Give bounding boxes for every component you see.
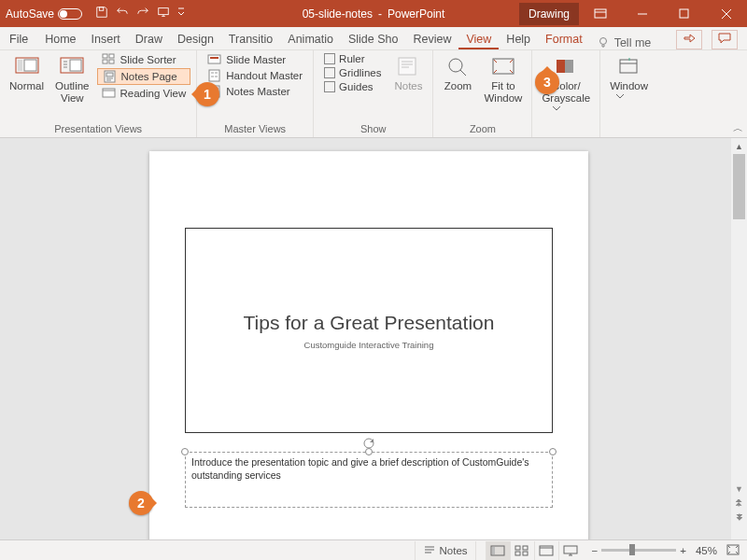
prev-slide-icon[interactable]: ⯭ [731,496,747,510]
handout-master-button[interactable]: Handout Master [203,68,307,83]
guides-checkbox[interactable]: Guides [319,80,386,93]
group-zoom: Zoom Fit to Window Zoom [433,50,532,137]
zoom-thumb[interactable] [629,544,635,555]
svg-rect-26 [399,58,416,75]
outline-view-icon [59,56,85,78]
notes-toggle-button[interactable]: Notes [415,541,475,560]
ribbon: Normal Outline View Slide Sorter Notes P… [0,50,747,138]
tab-format[interactable]: Format [538,29,590,49]
notes-page-button[interactable]: Notes Page [97,68,191,85]
window-button[interactable]: Window [606,52,652,117]
tab-view[interactable]: View [458,29,499,49]
zoom-slider[interactable]: − + [592,545,686,556]
normal-view-status-button[interactable] [486,541,510,560]
selection-handle-icon[interactable] [549,448,557,455]
tab-insert[interactable]: Insert [84,29,128,49]
chevron-down-icon [616,94,642,117]
scroll-up-icon[interactable]: ▲ [731,138,747,154]
tell-me-search[interactable]: Tell me [598,36,652,49]
fit-to-window-status-icon[interactable] [726,544,740,557]
svg-rect-17 [208,55,220,63]
slideshow-status-button[interactable] [558,541,583,560]
tab-draw[interactable]: Draw [128,29,170,49]
notes-toggle-icon [423,545,436,556]
svg-rect-9 [70,60,81,71]
fit-window-icon [490,56,516,78]
minimize-button[interactable] [621,0,663,27]
zoom-out-icon[interactable]: − [592,545,599,556]
vertical-scrollbar[interactable]: ▲ ▼ ⯭ ⯯ [731,138,747,539]
window-icon [616,56,642,78]
tab-transitions[interactable]: Transitio [221,29,280,49]
comments-icon[interactable] [712,30,738,49]
svg-rect-11 [109,54,114,58]
tab-animations[interactable]: Animatio [280,29,341,49]
svg-rect-13 [109,60,114,63]
group-window: Window [600,50,657,137]
reading-view-status-button[interactable] [534,541,558,560]
undo-icon[interactable] [116,6,129,21]
svg-rect-23 [215,76,218,77]
tab-file[interactable]: File [0,29,37,49]
callout-1: 1 [195,82,219,106]
selection-handle-icon[interactable] [181,448,189,455]
outline-view-button[interactable]: Outline View [51,52,92,105]
tell-me-label: Tell me [614,36,652,49]
statusbar: Notes − + 45% [0,539,747,560]
svg-rect-28 [493,59,514,74]
tab-slideshow[interactable]: Slide Sho [341,29,406,49]
svg-rect-38 [523,552,528,555]
save-icon[interactable] [95,6,108,21]
zoom-percent[interactable]: 45% [696,545,717,556]
next-slide-icon[interactable]: ⯯ [731,510,747,524]
checkbox-icon [324,53,335,64]
collapse-ribbon-icon[interactable]: ︿ [733,121,743,135]
svg-rect-3 [680,9,688,18]
share-icon[interactable] [676,30,702,49]
group-label-zoom: Zoom [439,123,526,137]
mode-badge: Drawing [519,3,579,25]
notes-page-icon [103,70,118,83]
start-slideshow-icon[interactable] [157,6,170,21]
slide-master-button[interactable]: Slide Master [203,52,307,67]
checkbox-icon [324,81,335,92]
tab-help[interactable]: Help [499,29,538,49]
ruler-checkbox[interactable]: Ruler [319,52,386,65]
close-button[interactable] [705,0,747,27]
chevron-down-icon [553,106,579,129]
scroll-thumb[interactable] [733,154,745,219]
maximize-button[interactable] [663,0,705,27]
tab-home[interactable]: Home [37,29,83,49]
ribbon-display-icon[interactable] [579,0,621,27]
svg-rect-19 [209,70,219,81]
qat-dropdown-icon[interactable] [177,6,185,21]
svg-rect-40 [564,546,577,553]
tab-design[interactable]: Design [170,29,221,49]
zoom-button[interactable]: Zoom [439,52,476,92]
normal-view-button[interactable]: Normal [6,52,48,92]
callout-3: 3 [535,70,559,94]
svg-rect-2 [595,9,606,18]
slide-sorter-button[interactable]: Slide Sorter [97,52,191,67]
zoom-in-icon[interactable]: + [680,545,686,556]
notes-page[interactable]: Tips for a Great Presentation Customguid… [149,151,588,539]
svg-rect-18 [210,57,218,59]
slide-sorter-status-button[interactable] [510,541,534,560]
svg-rect-15 [106,73,113,77]
reading-view-button[interactable]: Reading View [97,86,191,101]
slide-thumbnail[interactable]: Tips for a Great Presentation Customguid… [185,228,553,433]
scroll-down-icon[interactable]: ▼ [731,482,747,496]
fit-to-window-button[interactable]: Fit to Window [480,52,526,105]
autosave-toggle[interactable]: AutoSave [6,7,82,21]
svg-rect-6 [18,60,22,71]
svg-rect-10 [103,54,107,58]
gridlines-checkbox[interactable]: Gridlines [319,66,386,79]
handout-master-icon [207,69,222,82]
notes-textbox[interactable]: Introduce the presentation topic and giv… [185,452,553,508]
redo-icon[interactable] [136,6,149,21]
selection-handle-icon[interactable] [365,448,373,455]
tab-review[interactable]: Review [405,29,458,49]
zoom-track[interactable] [601,549,676,552]
normal-view-icon [14,56,40,78]
notes-pane-button[interactable]: Notes [389,52,427,92]
